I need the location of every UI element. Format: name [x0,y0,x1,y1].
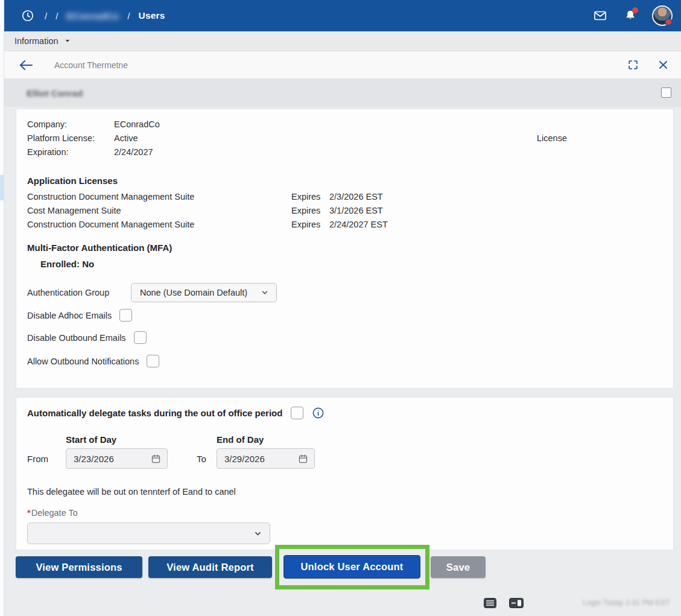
user-header-bar: Elliot Conrad [0,79,681,107]
company-label: Company: [27,119,114,129]
mail-icon[interactable] [592,7,609,24]
authentication-group-value: None (Use Domain Default) [140,288,247,297]
notifications-bell-icon[interactable] [622,7,639,24]
panel-view-icon[interactable] [509,598,524,611]
close-icon[interactable] [654,57,671,74]
license-name: Cost Management Suite [27,206,291,215]
breadcrumb-separator: / [55,11,58,21]
avatar[interactable] [652,5,673,26]
delegate-tasks-checkbox[interactable] [291,407,303,419]
disable-outbound-emails-checkbox[interactable] [134,331,147,344]
delegate-tasks-label: Automatically delegate tasks during the … [27,408,282,418]
allow-outbound-notifications-checkbox[interactable] [147,355,159,367]
account-details-card: Company: EConradCo Platform License: Act… [16,109,674,389]
disable-adhoc-emails-row: Disable Adhoc Emails [27,309,132,322]
breadcrumb: / / EConradCo / Users [19,7,165,24]
delegatee-note: This delegatee will be out on tennterf o… [27,487,236,497]
license-expire-date: 3/1/2026 EST [329,206,383,215]
from-label: From [27,454,48,464]
from-date-value: 3/23/2026 [74,454,114,464]
panel-header-actions [624,57,681,74]
panel-title: Account Thermetne [54,60,128,70]
expiration-label: Expiration: [27,147,114,157]
footer-watermark: Login Today 2:31 PM EST [583,599,673,607]
authentication-group-label: Authentication Group [27,288,109,297]
application-licenses-heading: Application Licenses [27,176,118,186]
panel-header: Account Thermetne [0,51,681,79]
topbar-actions [592,5,673,26]
save-button[interactable]: Save [431,556,486,578]
expires-label: Expires [291,220,329,229]
license-name: Construction Document Management Suite [27,220,291,229]
left-rail [0,0,4,616]
expires-label: Expires [291,192,329,202]
license-row: Construction Document Management Suite E… [27,192,662,202]
mfa-enrolled-status: Enrolled: No [40,259,94,269]
delegation-card: Automatically delegate tasks during the … [16,397,674,550]
breadcrumb-separator: / [127,11,130,21]
home-clock-icon[interactable] [19,7,36,24]
delegate-to-label: Delegate To [31,508,78,518]
disable-outbound-emails-label: Disable Outbound Emails [27,333,126,343]
disable-adhoc-emails-label: Disable Adhoc Emails [27,311,112,320]
platform-license-value: Active [114,133,138,143]
allow-outbound-notifications-label: Allow Outbound Notifications [27,357,139,366]
unlock-user-account-button[interactable]: Unlock User Account [283,555,420,579]
start-of-day-label: Start of Day [66,434,116,445]
calendar-icon[interactable] [151,454,161,464]
breadcrumb-separator: / [45,11,47,21]
disable-outbound-emails-row: Disable Outbound Emails [27,331,147,344]
avatar-status-badge [665,18,673,26]
license-name: Construction Document Management Suite [27,192,291,202]
page-root: / / EConradCo / Users [0,0,681,616]
back-arrow-icon[interactable] [18,59,34,72]
expires-label: Expires [291,206,329,215]
breadcrumb-page-users[interactable]: Users [139,10,165,21]
company-value: EConradCo [114,119,160,129]
to-date-input[interactable]: 3/29/2026 [217,448,315,469]
license-row: Cost Management Suite Expires 3/1/2026 E… [27,206,662,215]
license-row: Construction Document Management Suite E… [27,220,662,229]
to-label: To [197,454,206,464]
calendar-icon[interactable] [298,454,308,464]
license-expire-date: 2/3/2026 EST [329,192,383,202]
chevron-down-icon [253,529,262,538]
information-tab-label: Information [14,36,59,46]
platform-license-field: Platform License: Active [27,133,138,143]
view-permissions-button[interactable]: View Permissions [16,556,142,578]
mfa-heading: Multi-Factor Authentication (MFA) [27,243,172,253]
platform-license-label: Platform License: [27,133,114,143]
breadcrumb-company[interactable]: EConradCo [66,11,119,21]
fullscreen-icon[interactable] [624,57,641,74]
info-icon[interactable] [312,407,325,419]
view-audit-report-button[interactable]: View Audit Report [148,556,272,578]
information-tab-bar[interactable]: Information [0,31,681,51]
authentication-group-select[interactable]: None (Use Domain Default) [131,283,277,302]
from-date-input[interactable]: 3/23/2026 [66,448,168,469]
company-field: Company: EConradCo [27,119,160,129]
delegate-tasks-row: Automatically delegate tasks during the … [27,407,325,419]
allow-outbound-notifications-row: Allow Outbound Notifications [27,355,159,367]
chevron-down-icon [261,288,269,297]
license-label: License [537,133,567,143]
list-view-icon[interactable] [484,598,496,611]
to-date-value: 3/29/2026 [224,454,265,464]
delegate-to-label-row: *Delegate To [27,507,78,518]
required-asterisk: * [27,508,31,518]
notification-badge [632,7,638,13]
end-of-day-label: End of Day [217,434,264,445]
user-select-checkbox[interactable] [661,87,671,98]
delegate-to-select[interactable] [27,522,270,544]
user-name: Elliot Conrad [27,88,83,98]
expiration-value: 2/24/2027 [114,147,153,157]
expiration-field: Expiration: 2/24/2027 [27,147,153,157]
license-expire-date: 2/24/2027 EST [329,220,388,229]
chevron-down-icon [63,37,72,45]
left-rail-highlight [0,175,4,200]
topbar: / / EConradCo / Users [0,0,681,31]
disable-adhoc-emails-checkbox[interactable] [119,309,132,322]
